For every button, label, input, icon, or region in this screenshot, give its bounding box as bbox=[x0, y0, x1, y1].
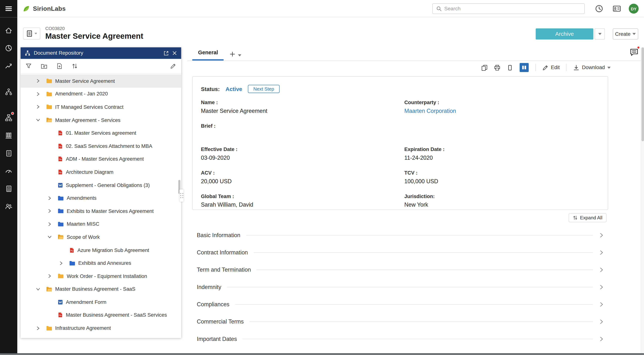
section-compliances[interactable]: Compliances bbox=[197, 296, 604, 313]
archive-dropdown-button[interactable] bbox=[594, 28, 605, 40]
copy-button[interactable] bbox=[481, 64, 488, 70]
sidebar-item-library[interactable] bbox=[0, 129, 17, 142]
sidebar-item-suppliers[interactable] bbox=[0, 86, 17, 98]
tree-file-row[interactable]: Master Business Agreement - SaaS Service… bbox=[20, 309, 181, 322]
performance-icon bbox=[5, 62, 12, 70]
tree-file-row[interactable]: Architecture Diagram bbox=[20, 166, 181, 178]
add-folder-icon[interactable] bbox=[41, 63, 48, 70]
section-term-and-termination[interactable]: Term and Termination bbox=[197, 261, 604, 278]
search-input[interactable] bbox=[444, 6, 581, 12]
section-divider bbox=[235, 304, 593, 304]
brand-logo[interactable]: SirionLabs bbox=[22, 4, 66, 12]
section-important-dates[interactable]: Important Dates bbox=[197, 330, 604, 348]
pdf-icon bbox=[58, 156, 63, 162]
tree-folder-row[interactable]: Work Order - Equipment Installation bbox=[20, 270, 181, 282]
tree-file-row[interactable]: Azure Migration Sub Agreement bbox=[20, 244, 181, 256]
panel-resize-grip[interactable] bbox=[180, 189, 184, 202]
download-button[interactable]: Download bbox=[574, 64, 611, 70]
add-document-icon[interactable] bbox=[56, 63, 62, 69]
section-indemnity[interactable]: Indemnity bbox=[197, 278, 604, 296]
sidebar-item-analytics[interactable] bbox=[0, 42, 17, 54]
tree-folder-row[interactable]: IT Managed Services Contract bbox=[20, 100, 181, 114]
page-scrollbar[interactable] bbox=[641, 48, 644, 353]
chevron-right-icon[interactable] bbox=[35, 325, 46, 332]
sirionlabs-leaf-icon bbox=[22, 4, 30, 12]
chevron-right-icon[interactable] bbox=[35, 104, 46, 110]
edit-icon bbox=[542, 64, 548, 70]
two-column-view-button[interactable] bbox=[520, 63, 529, 72]
hamburger-menu-button[interactable] bbox=[0, 0, 17, 17]
repository-header: Document Repository bbox=[20, 48, 181, 59]
chevron-right-icon[interactable] bbox=[35, 91, 46, 98]
chevron-right-icon[interactable] bbox=[58, 260, 69, 266]
sidebar-item-relationships[interactable] bbox=[0, 112, 17, 124]
chevron-right-icon[interactable] bbox=[46, 221, 58, 228]
document-type-button[interactable] bbox=[23, 28, 40, 40]
tree-file-row[interactable]: Amendment Form bbox=[20, 296, 181, 308]
tree-folder-row[interactable]: Exhibits and Annexures bbox=[20, 256, 181, 270]
tree-file-row[interactable]: Supplement - General Obligations (3) bbox=[20, 178, 181, 192]
tree-folder-row[interactable]: Amendments bbox=[20, 192, 181, 204]
create-button[interactable]: Create bbox=[613, 28, 638, 40]
chevron-right-icon[interactable] bbox=[46, 208, 58, 214]
sidebar-item-home[interactable] bbox=[0, 24, 17, 37]
tree-folder-row[interactable]: Exhibits to Master Services Agreement bbox=[20, 204, 181, 218]
field-value-link[interactable]: Maarten Corporation bbox=[404, 108, 600, 115]
tree-file-row[interactable]: ADM - Master Services Agreement bbox=[20, 152, 181, 166]
print-icon bbox=[494, 64, 500, 70]
tree-folder-row[interactable]: Maarten MISC bbox=[20, 218, 181, 230]
archive-button[interactable]: Archive bbox=[536, 28, 594, 40]
edit-tree-icon[interactable] bbox=[170, 63, 176, 69]
section-divider bbox=[257, 270, 593, 270]
field-label: Brief : bbox=[201, 123, 400, 129]
scrollbar-thumb[interactable] bbox=[642, 48, 644, 141]
print-button[interactable] bbox=[494, 64, 500, 70]
sidebar-item-dashboard[interactable] bbox=[0, 165, 17, 177]
comments-button[interactable] bbox=[628, 46, 640, 58]
sidebar-item-teams[interactable] bbox=[0, 200, 17, 212]
single-column-view-button[interactable] bbox=[507, 64, 513, 70]
tree-item-label: Master Service Agreement bbox=[55, 78, 115, 84]
arrow-spacer bbox=[46, 312, 58, 318]
chevron-right-icon bbox=[598, 302, 604, 307]
chevron-down-icon[interactable] bbox=[35, 286, 46, 292]
field-label: TCV : bbox=[404, 170, 600, 176]
chevron-right-icon[interactable] bbox=[35, 78, 46, 84]
section-basic-information[interactable]: Basic Information bbox=[197, 226, 604, 244]
section-contract-information[interactable]: Contract Information bbox=[197, 244, 604, 261]
chevron-down-icon[interactable] bbox=[46, 234, 58, 240]
expand-panel-icon[interactable] bbox=[164, 50, 169, 56]
expand-all-button[interactable]: Expand All bbox=[568, 213, 606, 222]
sidebar-item-performance[interactable] bbox=[0, 60, 17, 72]
tree-folder-row[interactable]: Infrastructure Agreement bbox=[20, 322, 181, 334]
tree-folder-row[interactable]: Amendment - Jan 2020 bbox=[20, 88, 181, 100]
folder-blue-icon bbox=[58, 221, 64, 227]
tab-general[interactable]: General bbox=[192, 50, 224, 60]
sidebar-item-finance[interactable] bbox=[0, 182, 17, 195]
user-avatar[interactable]: DY bbox=[629, 4, 639, 14]
sidebar-item-documents[interactable] bbox=[0, 147, 17, 159]
tree-folder-row[interactable]: Master Service Agreement bbox=[20, 74, 181, 88]
tree-file-row[interactable]: 01. Master Services agreement bbox=[20, 126, 181, 140]
contacts-icon[interactable] bbox=[612, 4, 622, 13]
filter-icon[interactable] bbox=[26, 63, 32, 69]
chevron-right-icon[interactable] bbox=[46, 273, 58, 280]
page-header: CO03820 Master Service Agreement bbox=[45, 26, 143, 41]
edit-button[interactable]: Edit bbox=[542, 64, 560, 70]
tree-folder-row[interactable]: Master Agreement - Services bbox=[20, 114, 181, 126]
chevron-right-icon[interactable] bbox=[46, 195, 58, 202]
add-tab-icon[interactable] bbox=[230, 51, 236, 57]
field-value: 100,000 USD bbox=[404, 178, 600, 185]
tree-folder-row[interactable]: Master Business Agreement - SaaS bbox=[20, 282, 181, 296]
field-label: ACV : bbox=[201, 170, 400, 176]
close-icon[interactable] bbox=[172, 50, 177, 56]
tab-list-chevron-icon[interactable] bbox=[238, 54, 242, 56]
section-commercial-terms[interactable]: Commercial Terms bbox=[197, 313, 604, 330]
tree-file-row[interactable]: 02. SaaS Services Attachment to MBA bbox=[20, 140, 181, 152]
documents-icon bbox=[5, 150, 12, 157]
tree-folder-row[interactable]: Scope of Work bbox=[20, 230, 181, 244]
history-icon[interactable] bbox=[594, 4, 604, 13]
chevron-down-icon[interactable] bbox=[35, 117, 46, 124]
expand-collapse-icon[interactable] bbox=[72, 63, 78, 69]
next-step-button[interactable]: Next Step bbox=[248, 85, 280, 93]
